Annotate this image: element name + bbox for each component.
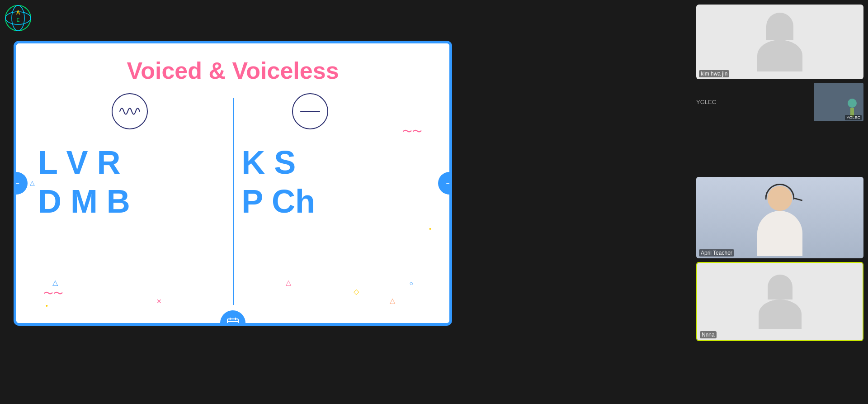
deco-wave-right: 〜〜 xyxy=(402,125,422,138)
participant-card-nnna: Nnna xyxy=(696,262,863,341)
participant-card-april: April Teacher xyxy=(696,177,863,258)
slide-title: Voiced & Voiceless xyxy=(43,57,422,84)
deco-dot-left: • xyxy=(46,302,48,309)
svg-rect-6 xyxy=(227,319,238,326)
deco-triangle-mid: △ xyxy=(286,278,291,287)
svg-text:E: E xyxy=(17,18,20,23)
deco-triangle-br: △ xyxy=(390,296,395,305)
participant-card-kim: kim hwa jin xyxy=(696,5,863,79)
yglec-row: YGLEC YGLEC xyxy=(696,83,863,124)
yglec-section-label: YGLEC xyxy=(696,99,716,105)
deco-triangle-left: △ xyxy=(30,179,35,186)
app-logo: A E xyxy=(5,5,32,32)
voiced-icon xyxy=(112,93,148,129)
svg-rect-14 xyxy=(232,325,234,326)
participant-card-yglec: YGLEC xyxy=(814,83,863,121)
deco-circle-br: ○ xyxy=(410,280,413,287)
voiceless-icon xyxy=(292,93,328,129)
svg-rect-12 xyxy=(235,323,236,324)
deco-dot-right: • xyxy=(429,225,431,233)
slide-divider xyxy=(233,98,234,305)
svg-rect-10 xyxy=(229,323,231,324)
participants-sidebar: kim hwa jin YGLEC YGLEC xyxy=(692,0,868,404)
participant-label-april: April Teacher xyxy=(699,249,734,257)
presentation-slide: ← → Voiced & Voiceless xyxy=(14,41,452,326)
participant-label-yglec-thumb: YGLEC xyxy=(845,115,862,120)
svg-text:A: A xyxy=(16,10,20,16)
deco-x-bottom: ✕ xyxy=(156,298,162,305)
voiced-letters: L V R D M B xyxy=(38,143,130,221)
deco-diamond-bottom: ◇ xyxy=(354,287,359,296)
deco-triangle-bl: △ xyxy=(52,278,58,287)
voiceless-letters: K S P Ch xyxy=(241,143,315,221)
participant-label-kim: kim hwa jin xyxy=(699,70,729,77)
svg-rect-11 xyxy=(232,323,234,324)
deco-wave-left: 〜〜 xyxy=(43,287,63,300)
participant-label-nnna: Nnna xyxy=(700,331,717,338)
svg-rect-13 xyxy=(229,325,231,326)
